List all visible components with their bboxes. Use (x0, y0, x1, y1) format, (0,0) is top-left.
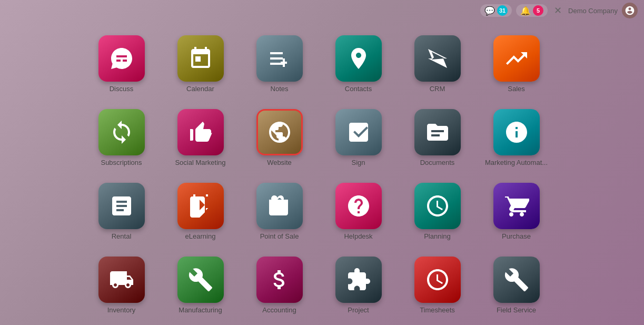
app-tile-notes[interactable]: Notes (243, 29, 316, 97)
messages-badge[interactable]: 🔔 5 (516, 4, 548, 17)
app-tile-timesheets[interactable]: Timesheets (401, 250, 474, 319)
inventory-icon (109, 267, 134, 292)
app-icon-wrap-accounting (256, 257, 303, 303)
app-tile-contacts[interactable]: Contacts (322, 29, 395, 97)
app-label-sign: Sign (351, 159, 365, 167)
app-label-contacts: Contacts (345, 85, 372, 93)
app-tile-social[interactable]: Social Marketing (164, 103, 237, 171)
project-icon (346, 267, 371, 292)
app-label-notes: Notes (271, 85, 289, 93)
app-label-purchase: Purchase (502, 232, 531, 241)
app-label-inventory: Inventory (107, 306, 135, 314)
contacts-icon (346, 46, 371, 71)
app-icon-wrap-documents (414, 109, 461, 155)
app-tile-pos[interactable]: Point of Sale (243, 176, 316, 245)
app-tile-rental[interactable]: Rental (85, 176, 158, 245)
discuss-count: 31 (497, 5, 508, 16)
helpdesk-icon (346, 193, 371, 219)
app-label-marketing: Marketing Automat... (485, 159, 548, 167)
app-icon-wrap-manufacturing (177, 257, 224, 303)
elearning-icon (188, 193, 213, 219)
app-tile-manufacturing[interactable]: Manufacturing (164, 250, 237, 319)
app-icon-wrap-discuss (98, 35, 145, 82)
app-tile-purchase[interactable]: Purchase (480, 176, 553, 245)
calendar-icon (188, 46, 213, 71)
pos-icon (267, 193, 292, 219)
timesheets-icon (425, 267, 450, 292)
app-label-calendar: Calendar (186, 85, 214, 93)
crm-icon (425, 46, 450, 71)
app-icon-wrap-helpdesk (335, 183, 382, 229)
app-label-helpdesk: Helpdesk (344, 232, 372, 241)
app-icon-wrap-marketing (493, 109, 540, 155)
app-label-planning: Planning (424, 232, 451, 241)
app-tile-planning[interactable]: Planning (401, 176, 474, 245)
sales-icon (504, 46, 529, 71)
app-icon-wrap-contacts (335, 35, 382, 82)
fieldservice-icon (504, 267, 529, 292)
app-tile-helpdesk[interactable]: Helpdesk (322, 176, 395, 245)
accounting-icon (267, 267, 292, 292)
app-icon-wrap-notes (256, 35, 303, 82)
app-icon-wrap-calendar (177, 35, 224, 82)
app-label-documents: Documents (420, 159, 455, 167)
app-tile-calendar[interactable]: Calendar (164, 29, 237, 97)
app-label-discuss: Discuss (110, 85, 134, 93)
topbar: 💬 31 🔔 5 ✕ Demo Company (480, 0, 644, 21)
notes-icon (267, 46, 292, 71)
close-icon[interactable]: ✕ (554, 5, 562, 16)
app-icon-wrap-planning (414, 183, 461, 229)
app-icon-wrap-timesheets (414, 257, 461, 303)
app-tile-crm[interactable]: CRM (401, 29, 474, 97)
user-avatar[interactable] (622, 3, 638, 18)
app-icon-wrap-sales (493, 35, 540, 82)
app-grid: DiscussCalendarNotesContactsCRMSalesSubs… (0, 18, 638, 325)
app-label-elearning: eLearning (185, 232, 216, 241)
app-icon-wrap-pos (256, 183, 303, 229)
app-icon-wrap-elearning (177, 183, 224, 229)
website-icon (267, 120, 292, 145)
rental-icon (109, 193, 134, 219)
app-label-project: Project (348, 306, 369, 314)
planning-icon (425, 193, 450, 219)
app-tile-marketing[interactable]: Marketing Automat... (480, 103, 553, 171)
subscriptions-icon (109, 120, 134, 145)
app-label-crm: CRM (430, 85, 445, 93)
app-icon-wrap-fieldservice (493, 257, 540, 303)
messages-count: 5 (533, 5, 543, 16)
app-tile-project[interactable]: Project (322, 250, 395, 319)
app-icon-wrap-social (177, 109, 224, 155)
app-tile-fieldservice[interactable]: Field Service (480, 250, 553, 319)
app-label-website: Website (267, 159, 292, 167)
documents-icon (425, 120, 450, 145)
app-icon-wrap-subscriptions (98, 109, 145, 155)
app-icon-wrap-sign (335, 109, 382, 155)
app-label-fieldservice: Field Service (497, 306, 536, 314)
app-tile-elearning[interactable]: eLearning (164, 176, 237, 245)
app-tile-discuss[interactable]: Discuss (85, 29, 158, 97)
app-tile-accounting[interactable]: Accounting (243, 250, 316, 319)
social-icon (188, 120, 213, 145)
app-tile-inventory[interactable]: Inventory (85, 250, 158, 319)
app-icon-wrap-website (256, 109, 303, 155)
app-tile-website[interactable]: Website (243, 103, 316, 171)
app-label-manufacturing: Manufacturing (179, 306, 222, 314)
app-label-timesheets: Timesheets (420, 306, 455, 314)
discuss-badge[interactable]: 💬 31 (480, 4, 512, 17)
app-label-rental: Rental (112, 232, 132, 241)
app-tile-sign[interactable]: Sign (322, 103, 395, 171)
app-tile-subscriptions[interactable]: Subscriptions (85, 103, 158, 171)
app-icon-wrap-rental (98, 183, 145, 229)
app-icon-wrap-purchase (493, 183, 540, 229)
app-label-social: Social Marketing (175, 159, 225, 167)
discuss-icon (109, 46, 134, 71)
app-icon-wrap-project (335, 257, 382, 303)
app-icon-wrap-inventory (98, 257, 145, 303)
purchase-icon (504, 193, 529, 219)
sign-icon (346, 120, 371, 145)
app-tile-documents[interactable]: Documents (401, 103, 474, 171)
app-tile-sales[interactable]: Sales (480, 29, 553, 97)
app-icon-wrap-crm (414, 35, 461, 82)
manufacturing-icon (188, 267, 213, 292)
app-label-accounting: Accounting (262, 306, 296, 314)
